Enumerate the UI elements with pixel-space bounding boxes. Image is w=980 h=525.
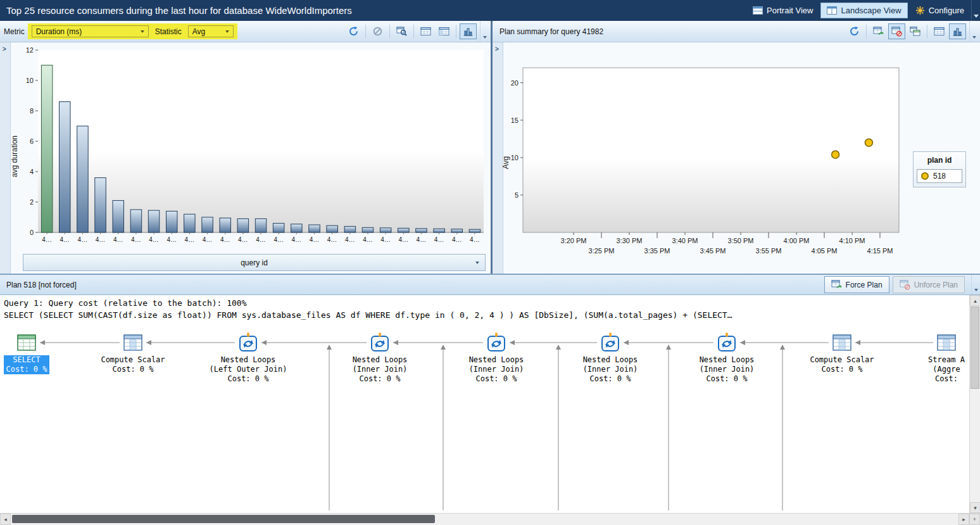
resource-consumers-bar-chart[interactable]: 0246810124…4…4…4…4…4…4…4…4…4…4…4…4…4…4…4… bbox=[22, 44, 487, 254]
query-bar[interactable] bbox=[237, 218, 249, 232]
query-bar[interactable] bbox=[434, 229, 445, 232]
chart-view-button[interactable] bbox=[460, 23, 477, 39]
scroll-right-button[interactable]: ▸ bbox=[958, 514, 969, 525]
svg-text:3:45 PM: 3:45 PM bbox=[700, 247, 726, 255]
query-bar[interactable] bbox=[309, 225, 320, 232]
zoom-button[interactable]: + bbox=[969, 514, 980, 525]
horizontal-scrollbar-track[interactable] bbox=[11, 514, 958, 525]
refresh-button[interactable] bbox=[345, 23, 362, 39]
svg-text:4…: 4… bbox=[380, 236, 391, 243]
query-bar[interactable] bbox=[130, 210, 142, 232]
svg-text:4…: 4… bbox=[113, 236, 123, 243]
svg-text:12: 12 bbox=[26, 46, 34, 54]
svg-text:10: 10 bbox=[26, 77, 34, 84]
legend-item-plan-518[interactable]: 518 bbox=[917, 169, 962, 183]
query-bar[interactable] bbox=[41, 65, 53, 232]
plan-vertical-scrollbar[interactable]: ▴ ▾ bbox=[969, 295, 980, 513]
portrait-view-label: Portrait View bbox=[767, 6, 813, 15]
toolbar-options-button[interactable] bbox=[971, 275, 980, 294]
nested-loops-icon bbox=[673, 332, 781, 353]
plan-summary-toolbar-icons bbox=[846, 23, 966, 39]
x-axis-selector[interactable]: query id bbox=[23, 254, 486, 271]
refresh-button[interactable] bbox=[846, 23, 863, 39]
portrait-view-button[interactable]: Portrait View bbox=[746, 3, 819, 18]
query-bar[interactable] bbox=[77, 126, 89, 232]
statistic-dropdown[interactable]: Avg bbox=[188, 25, 234, 37]
plan-node-label: Compute ScalarCost: 0 % bbox=[101, 355, 165, 374]
plan-node-select[interactable]: SELECTCost: 0 % bbox=[0, 332, 80, 374]
query-bar[interactable] bbox=[416, 229, 427, 232]
plan-node-compute-scalar[interactable]: Compute ScalarCost: 0 % bbox=[788, 332, 896, 374]
plan-node-nested-loops[interactable]: Nested Loops(Inner Join)Cost: 0 % bbox=[556, 332, 664, 384]
query-bar[interactable] bbox=[220, 218, 231, 232]
query-bar[interactable] bbox=[184, 214, 196, 232]
chart-view-button[interactable] bbox=[949, 23, 966, 39]
query-bar[interactable] bbox=[202, 217, 213, 232]
grid-view-button[interactable] bbox=[417, 23, 434, 39]
plan-point[interactable] bbox=[865, 139, 872, 146]
query-bar[interactable] bbox=[148, 210, 160, 232]
landscape-view-icon bbox=[827, 6, 837, 15]
track-query-button[interactable] bbox=[393, 23, 410, 39]
grid-view-alt-button[interactable] bbox=[436, 23, 453, 39]
plan-summary-scatter-chart[interactable]: 51015203:20 PM3:25 PM3:30 PM3:35 PM3:40 … bbox=[500, 63, 905, 264]
plan-point[interactable] bbox=[832, 151, 839, 158]
scroll-down-button[interactable]: ▾ bbox=[970, 502, 980, 513]
plan-horizontal-scrollbar[interactable]: ◂ ▸ + bbox=[0, 513, 980, 525]
query-bar[interactable] bbox=[451, 229, 463, 232]
plan-node-label: SELECTCost: 0 % bbox=[4, 355, 49, 374]
query-bar[interactable] bbox=[273, 224, 284, 232]
grid-view-icon bbox=[934, 26, 945, 37]
titlebar-overflow-button[interactable] bbox=[971, 0, 980, 21]
query-bar[interactable] bbox=[95, 178, 106, 232]
pause-collection-button[interactable] bbox=[369, 23, 386, 39]
scroll-up-button[interactable]: ▴ bbox=[970, 295, 980, 306]
svg-text:3:35 PM: 3:35 PM bbox=[644, 247, 670, 255]
query-bar[interactable] bbox=[113, 201, 124, 232]
query-bar[interactable] bbox=[60, 102, 71, 232]
query-bar[interactable] bbox=[255, 218, 267, 232]
configure-button[interactable]: Configure bbox=[909, 3, 971, 18]
svg-text:0: 0 bbox=[30, 229, 34, 236]
metric-dropdown[interactable]: Duration (ms) bbox=[32, 25, 149, 37]
force-plan-button[interactable] bbox=[870, 23, 887, 39]
toolbar-options-button[interactable] bbox=[969, 21, 978, 42]
grid-view-button[interactable] bbox=[931, 23, 948, 39]
plan-node-nested-loops[interactable]: Nested Loops(Left Outer Join)Cost: 0 % bbox=[194, 332, 302, 384]
compare-plans-button[interactable] bbox=[907, 23, 924, 39]
x-axis-selector-value: query id bbox=[241, 258, 268, 267]
query-bar[interactable] bbox=[344, 226, 356, 232]
nested-loops-icon bbox=[326, 332, 434, 353]
landscape-view-button[interactable]: Landscape View bbox=[820, 3, 907, 18]
query-bar[interactable] bbox=[362, 227, 374, 232]
svg-text:5: 5 bbox=[515, 191, 518, 199]
query-bar[interactable] bbox=[469, 229, 481, 232]
collapse-panel-strip[interactable]: > bbox=[0, 42, 11, 274]
svg-text:4:15 PM: 4:15 PM bbox=[867, 247, 893, 255]
query-bar[interactable] bbox=[166, 211, 178, 232]
plan-node-nested-loops[interactable]: Nested Loops(Inner Join)Cost: 0 % bbox=[326, 332, 434, 384]
plan-node-nested-loops[interactable]: Nested Loops(Inner Join)Cost: 0 % bbox=[673, 332, 781, 384]
horizontal-scrollbar-thumb[interactable] bbox=[12, 515, 435, 523]
unforce-plan-button[interactable]: Unforce Plan bbox=[893, 276, 965, 293]
plan-node-stream-aggregate[interactable]: Stream A(AggreCost: bbox=[893, 332, 969, 384]
toolbar-options-button[interactable] bbox=[480, 21, 489, 42]
plan-diagram-canvas[interactable]: SELECTCost: 0 % Compute ScalarCost: 0 % … bbox=[0, 323, 969, 513]
plan-node-compute-scalar[interactable]: Compute ScalarCost: 0 % bbox=[79, 332, 187, 374]
svg-text:4…: 4… bbox=[149, 236, 159, 243]
query-bar[interactable] bbox=[380, 228, 391, 232]
force-plan-button[interactable]: Force Plan bbox=[824, 276, 889, 293]
svg-text:4…: 4… bbox=[60, 236, 70, 243]
unforce-plan-button[interactable] bbox=[888, 23, 905, 39]
vertical-scrollbar-thumb[interactable] bbox=[971, 307, 979, 389]
query-bar[interactable] bbox=[327, 225, 338, 232]
query-bar[interactable] bbox=[291, 224, 303, 232]
plan-node-label: Nested Loops(Inner Join)Cost: 0 % bbox=[469, 355, 524, 384]
scroll-left-button[interactable]: ◂ bbox=[0, 514, 11, 525]
svg-text:4…: 4… bbox=[310, 236, 320, 243]
chevron-down-icon bbox=[141, 30, 144, 33]
legend-plan-id: 518 bbox=[933, 172, 946, 180]
query-bar[interactable] bbox=[398, 228, 410, 232]
plan-node-nested-loops[interactable]: Nested Loops(Inner Join)Cost: 0 % bbox=[443, 332, 550, 384]
svg-text:4…: 4… bbox=[131, 236, 141, 243]
